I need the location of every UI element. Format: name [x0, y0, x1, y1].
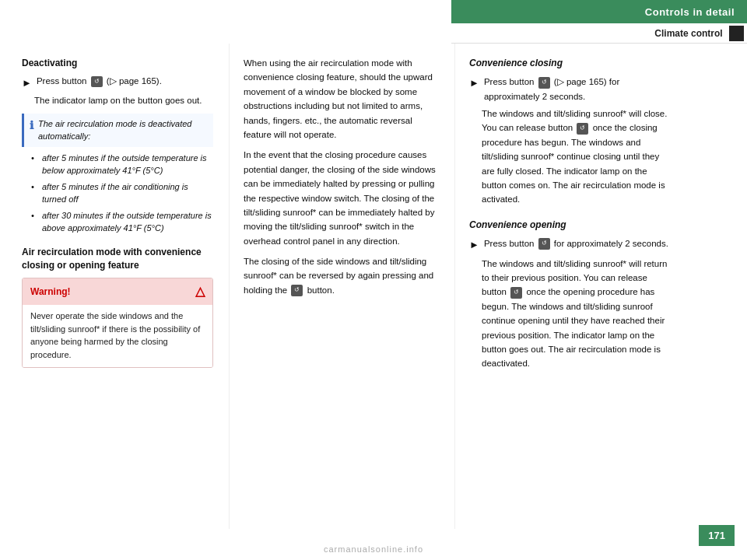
warning-icon: △	[195, 282, 205, 301]
button-icon-reverse: ↺	[291, 285, 303, 296]
info-icon: ℹ	[30, 117, 33, 134]
mid-column: When using the air recirculation mode wi…	[230, 44, 455, 529]
conv-closing-text: Press button ↺ (▷ page 165) for approxim…	[484, 75, 672, 103]
content-area: Deactivating ► Press button ↺ (▷ page 16…	[0, 44, 747, 529]
air-recirc-heading: Air recirculation mode with convenience …	[22, 246, 213, 272]
conv-closing-note: The windows and tilt/sliding sunroof* wi…	[482, 107, 672, 207]
conv-closing-arrow-item: ► Press button ↺ (▷ page 165) for approx…	[469, 75, 672, 103]
conv-opening-text: Press button ↺ for approximately 2 secon…	[484, 236, 668, 250]
mid-para-2: In the event that the closing procedure …	[244, 148, 440, 248]
conv-closing-note2: once the closing procedure has begun. Th…	[482, 123, 665, 204]
conv-opening-note: The windows and tilt/sliding sunroof* wi…	[482, 257, 672, 371]
deactivating-text: Press button ↺ (▷ page 165).	[37, 75, 162, 88]
warning-header: Warning! △	[23, 278, 212, 305]
press-button-label: Press button	[37, 76, 87, 86]
info-block: ℹ The air recirculation mode is deactiva…	[22, 114, 213, 147]
button-icon-conv-opening: ↺	[538, 238, 550, 250]
warning-label: Warning!	[30, 285, 71, 299]
right-column: Convenience closing ► Press button ↺ (▷ …	[455, 44, 685, 529]
arrow-icon-conv-opening: ►	[469, 237, 479, 254]
conv-opening-label: Press button	[484, 239, 535, 248]
bullet-item-3: after 30 minutes if the outside temperat…	[31, 209, 213, 235]
deactivating-arrow-item: ► Press button ↺ (▷ page 165).	[22, 75, 213, 91]
deactivating-ref: (▷ page 165).	[107, 76, 162, 86]
mid-para-3: The closing of the side windows and tilt…	[244, 254, 440, 297]
header-bar: Controls in detail	[451, 0, 747, 23]
bullet-list: after 5 minutes if the outside temperatu…	[22, 152, 213, 235]
deactivating-heading: Deactivating	[22, 56, 213, 70]
button-icon-conv-closing-2: ↺	[577, 123, 588, 135]
conv-opening-arrow-item: ► Press button ↺ for approximately 2 sec…	[469, 236, 672, 254]
convenience-opening-heading: Convenience opening	[469, 218, 672, 233]
sub-header-bar: Climate control	[451, 23, 747, 44]
watermark: carmanualsonline.info	[324, 544, 423, 554]
warning-body: Never operate the side windows and the t…	[23, 305, 212, 367]
conv-opening-note2: once the opening procedure has begun. Th…	[482, 287, 665, 368]
conv-closing-label: Press button	[484, 77, 535, 86]
warning-box: Warning! △ Never operate the side window…	[22, 278, 213, 368]
sub-header-block	[729, 26, 744, 41]
arrow-icon: ►	[22, 75, 32, 91]
arrow-icon-conv-closing: ►	[469, 75, 479, 92]
mid-para-3-text: The closing of the side windows and tilt…	[244, 257, 433, 295]
page-number: 171	[699, 525, 735, 546]
button-icon-deactivate: ↺	[91, 76, 103, 87]
button-icon-conv-closing: ↺	[538, 77, 550, 89]
convenience-closing-heading: Convenience closing	[469, 56, 672, 71]
mid-para-3-end: button.	[307, 285, 335, 295]
sub-header-subtitle: Climate control	[654, 28, 722, 39]
button-icon-conv-opening-2: ↺	[510, 287, 522, 299]
conv-opening-ref: for approximately 2 seconds.	[554, 239, 668, 248]
info-text: The air recirculation mode is deactivate…	[38, 117, 208, 143]
mid-para-1: When using the air recirculation mode wi…	[244, 56, 440, 142]
header-title: Controls in detail	[645, 6, 735, 18]
left-column: Deactivating ► Press button ↺ (▷ page 16…	[0, 44, 230, 529]
bullet-item-2: after 5 minutes if the air conditioning …	[31, 180, 213, 206]
deactivating-note: The indicator lamp on the button goes ou…	[34, 94, 213, 107]
bullet-item-1: after 5 minutes if the outside temperatu…	[31, 152, 213, 177]
